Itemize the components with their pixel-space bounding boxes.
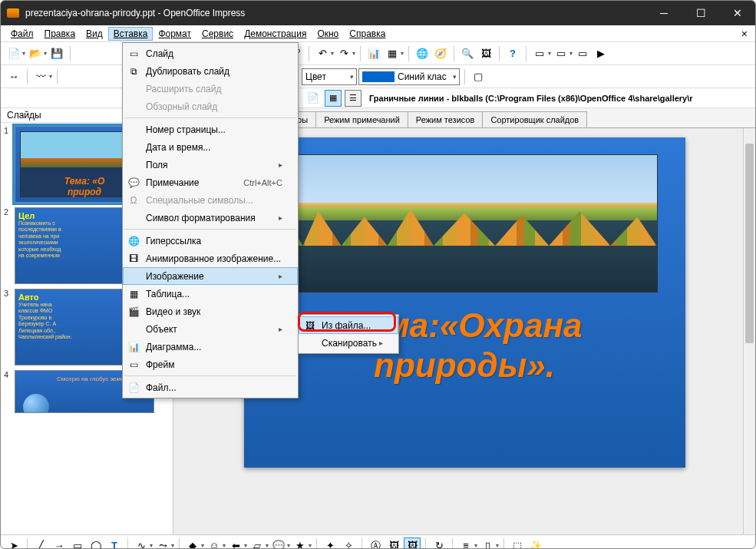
line-fill-toolbar: ↔ 〰▾ — 🪣 Цвет Синий клас ▢ — [1, 65, 755, 88]
duplicate-icon: ⧉ — [127, 64, 140, 78]
mi-from-file[interactable]: 🖼Из файла... — [299, 316, 398, 334]
mi-format-mark[interactable]: Символ форматирования▸ — [123, 209, 298, 227]
rotate-icon[interactable]: ↻ — [431, 537, 447, 550]
gallery-toggle-icon[interactable]: 🖼 — [404, 537, 421, 550]
table-icon[interactable]: ▦ — [384, 45, 401, 62]
redo-icon[interactable]: ↷ — [335, 45, 352, 62]
chart-icon[interactable]: 📊 — [365, 45, 382, 62]
presentation-icon[interactable]: ▶ — [593, 45, 609, 62]
tab-handout[interactable]: Режим тезисов — [408, 111, 484, 128]
current-slide[interactable]: Тема:«Охранаприроды». — [244, 137, 685, 468]
fill-type-combo[interactable]: Цвет — [302, 68, 357, 85]
menu-edit[interactable]: Правка — [39, 27, 81, 41]
mi-hyperlink[interactable]: 🌐Гиперссылка — [123, 232, 298, 250]
fill-color-combo[interactable]: Синий клас — [358, 68, 460, 85]
zoom-icon[interactable]: 🔍 — [459, 45, 476, 62]
navigator-icon[interactable]: 🧭 — [432, 45, 449, 62]
ellipse-tool-icon[interactable]: ◯ — [87, 537, 104, 550]
callouts-icon[interactable]: 💬 — [270, 537, 287, 550]
rect-tool-icon[interactable]: ▭ — [69, 537, 86, 550]
mi-image[interactable]: Изображение▸ — [123, 267, 298, 285]
slide-icon[interactable]: ▭ — [531, 45, 548, 62]
extrusion-icon[interactable]: ⬚ — [509, 537, 526, 550]
mi-object[interactable]: Объект▸ — [123, 320, 298, 338]
image-file-icon: 🖼 — [303, 319, 317, 332]
mi-animated-image[interactable]: 🎞Анимированное изображение... — [123, 250, 298, 267]
layout-icon[interactable]: ▭ — [574, 45, 591, 62]
line-style-icon[interactable]: 〰 — [32, 68, 49, 85]
mi-file[interactable]: 📄Файл... — [123, 379, 298, 396]
animation-icon[interactable]: ✨ — [527, 537, 544, 550]
mi-page-number[interactable]: Номер страницы... — [123, 121, 298, 138]
menu-view[interactable]: Вид — [81, 27, 108, 41]
standard-toolbar: 📄▾ 📂▾ 💾 📋 🖌 ↶▾ ↷▾ 📊 ▦▾ 🌐 🧭 🔍 🖼 ? ▭▾ ▭▾ ▭… — [1, 42, 755, 65]
menu-window[interactable]: Окно — [312, 27, 344, 41]
mi-date-time[interactable]: Дата и время... — [123, 138, 298, 156]
basic-shapes-icon[interactable]: ◆ — [184, 537, 201, 550]
minimize-button[interactable]: ─ — [652, 7, 675, 19]
select-tool-icon[interactable]: ➤ — [5, 537, 22, 550]
arrow-tool-icon[interactable]: → — [51, 537, 68, 550]
glue-icon[interactable]: ✧ — [340, 537, 357, 550]
mi-slide[interactable]: ▭Слайд — [123, 45, 298, 62]
gallery-path: Граничные линии - blkballs (C:\Program F… — [365, 94, 751, 103]
tab-notes[interactable]: Режим примечаний — [315, 111, 408, 128]
arrow-style-icon[interactable]: ↔ — [5, 68, 22, 85]
hyperlink-icon: 🌐 — [127, 234, 140, 248]
menu-slideshow[interactable]: Демонстрация — [239, 27, 312, 41]
mi-fields[interactable]: Поля▸ — [123, 156, 298, 174]
from-file-icon[interactable]: 🖼 — [385, 537, 402, 550]
flowchart-icon[interactable]: ▱ — [249, 537, 266, 550]
open-icon[interactable]: 📂 — [27, 45, 44, 62]
curve-tool-icon[interactable]: ∿ — [133, 537, 150, 550]
title-bar: prezentaciya-ohrana-prirody.ppt - OpenOf… — [1, 1, 755, 25]
connector-tool-icon[interactable]: ⤳ — [154, 537, 171, 550]
mi-chart[interactable]: 📊Диаграмма... — [123, 338, 298, 356]
shadow-icon[interactable]: ▢ — [470, 68, 487, 85]
mi-summary-slide: Обзорный слайд — [123, 98, 298, 115]
mi-frame[interactable]: ▭Фрейм — [123, 356, 298, 373]
master-icon[interactable]: ▭ — [553, 45, 569, 62]
mi-comment[interactable]: 💬ПримечаниеCtrl+Alt+C — [123, 174, 298, 191]
help-icon[interactable]: ? — [504, 45, 521, 62]
comment-icon: 💬 — [127, 176, 140, 190]
vertical-scrollbar[interactable] — [743, 128, 755, 534]
points-icon[interactable]: ✦ — [322, 537, 338, 550]
menu-format[interactable]: Формат — [153, 27, 196, 41]
menu-tools[interactable]: Сервис — [196, 27, 239, 41]
app-icon — [7, 8, 19, 18]
fontwork-icon[interactable]: Ⓐ — [367, 537, 384, 550]
mi-movie-sound[interactable]: 🎬Видео и звук — [123, 303, 298, 320]
align-icon[interactable]: ≡ — [457, 537, 474, 550]
frame-icon: ▭ — [127, 358, 140, 372]
symbol-shapes-icon[interactable]: ☺ — [206, 537, 223, 550]
file-icon: 📄 — [127, 381, 140, 395]
mi-table[interactable]: ▦Таблица... — [123, 285, 298, 303]
stars-icon[interactable]: ★ — [292, 537, 309, 550]
anim-image-icon: 🎞 — [127, 252, 140, 266]
line-tool-icon[interactable]: ╱ — [32, 537, 49, 550]
menu-help[interactable]: Справка — [344, 27, 391, 41]
undo-icon[interactable]: ↶ — [314, 45, 331, 62]
save-icon[interactable]: 💾 — [48, 45, 65, 62]
arrange-icon[interactable]: ▯ — [479, 537, 496, 550]
tab-sorter[interactable]: Сортировщик слайдов — [482, 111, 587, 128]
maximize-button[interactable]: ☐ — [689, 7, 712, 19]
movie-icon: 🎬 — [127, 305, 140, 319]
new-doc-icon[interactable]: 📄 — [5, 45, 22, 62]
text-tool-icon[interactable]: T — [106, 537, 123, 550]
gallery-bar: 📄 ▦ ☰ Граничные линии - blkballs (C:\Pro… — [1, 88, 755, 108]
menu-insert[interactable]: Вставка — [108, 27, 154, 41]
slide-image — [272, 154, 658, 293]
menu-file[interactable]: Файл — [5, 27, 39, 41]
mi-scan[interactable]: Сканировать▸ — [299, 334, 398, 352]
document-close-icon[interactable]: × — [738, 28, 751, 40]
gallery-icon[interactable]: 🖼 — [477, 45, 494, 62]
gallery-list-view-icon[interactable]: ☰ — [345, 90, 361, 107]
gallery-icons-view-icon[interactable]: ▦ — [325, 90, 342, 107]
new-theme-icon[interactable]: 📄 — [305, 90, 322, 107]
mi-duplicate-slide[interactable]: ⧉Дублировать слайд — [123, 62, 298, 80]
block-arrows-icon[interactable]: ⬅ — [227, 537, 244, 550]
close-button[interactable]: ✕ — [726, 7, 749, 19]
hyperlink-icon[interactable]: 🌐 — [414, 45, 431, 62]
